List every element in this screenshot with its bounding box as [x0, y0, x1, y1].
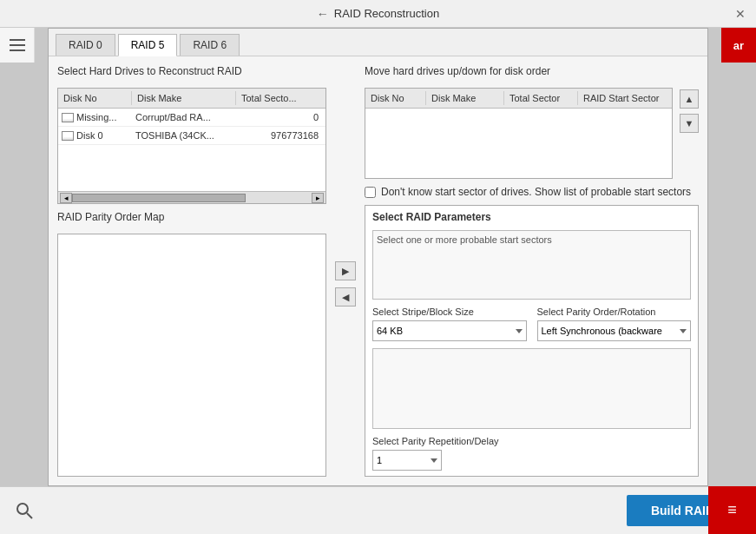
hamburger-menu[interactable]	[0, 28, 35, 63]
content-area: Select Hard Drives to Reconstruct RAID D…	[49, 56, 707, 485]
right-drives-table: Disk No Disk Make Total Sector RAID Star…	[365, 88, 673, 179]
disk-icon-missing	[62, 113, 74, 122]
hamburger-icon	[10, 39, 25, 51]
svg-rect-2	[10, 49, 25, 51]
scrollbar-thumb[interactable]	[72, 194, 246, 202]
col-right-disk-make: Disk Make	[426, 91, 504, 105]
unknown-sector-checkbox[interactable]	[365, 187, 376, 198]
repetition-label: Select Parity Repetition/Delay	[372, 436, 691, 446]
col-right-total-sector: Total Sector	[504, 91, 578, 105]
row1-disk-make: TOSHIBA (34CK...	[132, 129, 236, 142]
svg-rect-1	[10, 44, 25, 46]
tab-bar: RAID 0 RAID 5 RAID 6	[49, 29, 707, 56]
col-total-sector: Total Secto...	[236, 91, 325, 105]
right-table-body	[365, 109, 672, 178]
search-icon	[16, 502, 33, 519]
row1-total-sector: 976773168	[236, 129, 325, 142]
row0-disk-no: Missing...	[58, 110, 132, 124]
add-to-right-button[interactable]: ▶	[335, 261, 356, 280]
row1-disk-no: Disk 0	[58, 129, 132, 142]
parity-order-select[interactable]: Left Synchronous (backware	[537, 320, 692, 341]
parity-order-group: Select Parity Order/Rotation Left Synchr…	[537, 307, 692, 341]
start-sectors-box: Select one or more probable start sector…	[372, 230, 691, 300]
row0-total-sector: 0	[236, 110, 325, 124]
svg-rect-0	[10, 39, 25, 41]
horizontal-scrollbar[interactable]: ◂ ▸	[58, 191, 325, 203]
right-table-header: Disk No Disk Make Total Sector RAID Star…	[365, 89, 672, 109]
table-row[interactable]: Disk 0 TOSHIBA (34CK... 976773168	[58, 127, 325, 145]
drives-table: Disk No Disk Make Total Secto... Missing…	[57, 88, 326, 204]
move-up-button[interactable]: ▲	[680, 89, 699, 109]
col-disk-no: Disk No	[58, 91, 132, 105]
tab-raid5[interactable]: RAID 5	[118, 34, 178, 56]
title-bar: ← RAID Reconstruction ✕	[0, 0, 756, 28]
move-down-button[interactable]: ▼	[680, 114, 699, 133]
title-bar-controls: ✕	[732, 5, 749, 23]
stripe-select[interactable]: 64 KB	[372, 320, 527, 341]
select-row-1: Select Stripe/Block Size 64 KB Select Pa…	[372, 307, 691, 341]
back-icon: ←	[317, 7, 329, 21]
parity-map	[57, 234, 326, 477]
brand-text: ar	[733, 39, 744, 52]
disk-icon-0	[62, 131, 74, 141]
drives-table-header: Disk No Disk Make Total Secto...	[58, 89, 325, 109]
drives-table-body: Missing... Corrupt/Bad RA... 0 Disk 0 TO…	[58, 109, 325, 191]
row0-disk-make: Corrupt/Bad RA...	[132, 110, 236, 124]
right-top-area: Disk No Disk Make Total Sector RAID Star…	[365, 88, 699, 179]
right-panel: Move hard drives up/down for disk order …	[365, 65, 699, 477]
left-panel: Select Hard Drives to Reconstruct RAID D…	[57, 65, 326, 477]
col-disk-make: Disk Make	[132, 91, 236, 105]
tab-raid6[interactable]: RAID 6	[180, 34, 240, 56]
stripe-label: Select Stripe/Block Size	[372, 307, 527, 317]
raid-params-label: Select RAID Parameters	[372, 211, 691, 223]
parity-order-label: Select Parity Order/Rotation	[537, 307, 692, 317]
move-drives-label: Move hard drives up/down for disk order	[365, 65, 699, 77]
select-drives-label: Select Hard Drives to Reconstruct RAID	[57, 65, 326, 77]
brand-bar: ar	[721, 28, 756, 63]
brand-right: ≡	[708, 486, 756, 534]
repetition-select[interactable]: 1 2 3	[372, 450, 442, 471]
unknown-sector-label: Don't know start sector of drives. Show …	[381, 186, 691, 198]
middle-arrows: ▶ ◀	[335, 65, 356, 477]
large-empty-area	[372, 348, 691, 429]
start-sectors-hint: Select one or more probable start sector…	[377, 234, 687, 245]
scroll-left-arrow[interactable]: ◂	[60, 193, 72, 203]
remove-from-right-button[interactable]: ◀	[335, 287, 356, 307]
dialog-title: RAID Reconstruction	[334, 7, 439, 20]
table-row[interactable]: Missing... Corrupt/Bad RA... 0	[58, 109, 325, 127]
parity-map-label: RAID Parity Order Map	[57, 211, 326, 223]
brand-right-icon: ≡	[727, 501, 737, 519]
svg-line-4	[27, 513, 32, 518]
bottom-params: Select Parity Repetition/Delay 1 2 3	[372, 436, 691, 471]
scroll-right-arrow[interactable]: ▸	[312, 193, 324, 203]
col-right-start-sector: RAID Start Sector	[578, 91, 672, 105]
title-bar-content: ← RAID Reconstruction	[317, 7, 439, 21]
tab-raid0[interactable]: RAID 0	[56, 34, 115, 56]
search-icon-bar[interactable]	[0, 486, 48, 534]
up-down-arrows: ▲ ▼	[680, 88, 699, 179]
close-button[interactable]: ✕	[732, 5, 749, 23]
col-right-disk-no: Disk No	[365, 91, 426, 105]
unknown-sector-row: Don't know start sector of drives. Show …	[365, 186, 699, 198]
bottom-bar: Build RAID	[0, 486, 756, 534]
main-dialog: RAID 0 RAID 5 RAID 6 Select Hard Drives …	[48, 28, 708, 486]
stripe-group: Select Stripe/Block Size 64 KB	[372, 307, 527, 341]
raid-parameters-panel: Select RAID Parameters Select one or mor…	[365, 205, 699, 477]
svg-point-3	[17, 504, 28, 514]
